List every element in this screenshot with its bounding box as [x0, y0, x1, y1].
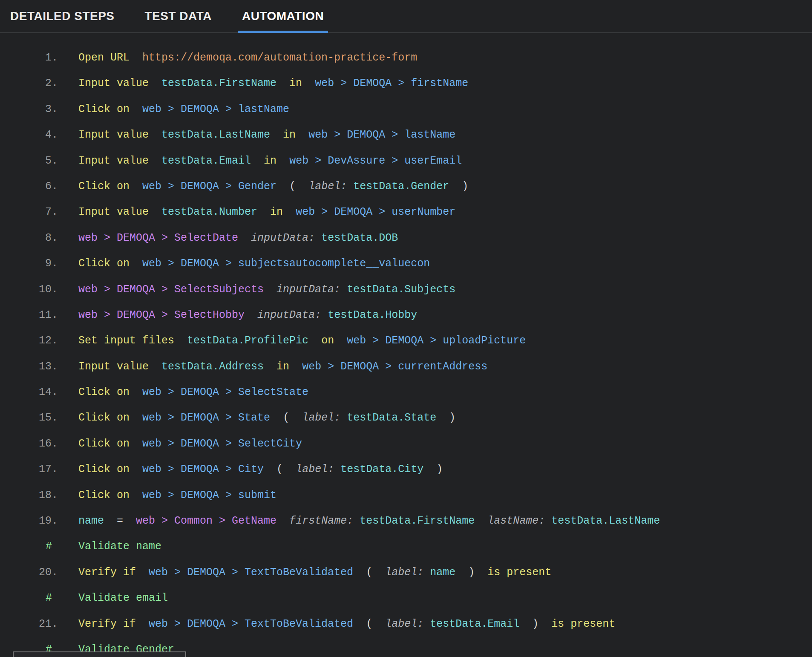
segment-kw: Input value [78, 129, 149, 141]
segment-data: testData.Number [161, 206, 257, 218]
step-row[interactable]: 8.web > DEMOQA > SelectDate inputData: t… [0, 225, 812, 251]
step-row[interactable]: 20.Verify if web > DEMOQA > TextToBeVali… [0, 560, 812, 585]
comment-marker: # [0, 534, 58, 559]
segment-data: testData.FirstName [360, 515, 475, 527]
step-number: 11. [0, 303, 58, 328]
segment-data: testData.Address [161, 360, 264, 373]
segment-kw: Input value [78, 77, 149, 89]
segment-action: web > DEMOQA > SelectHobby [78, 309, 245, 321]
segment-action: web > Common > GetName [136, 515, 276, 527]
step-row[interactable]: 15.Click on web > DEMOQA > State ( label… [0, 405, 812, 431]
step-row[interactable]: 16.Click on web > DEMOQA > SelectCity [0, 431, 812, 457]
step-row[interactable]: 1.Open URL https://demoqa.com/automation… [0, 45, 812, 71]
comment-row[interactable]: #Validate email [0, 585, 812, 611]
step-number: 17. [0, 457, 58, 482]
segment-el: web > DEMOQA > currentAddress [302, 360, 487, 373]
step-text: Validate name [78, 534, 161, 559]
segment-kw: Input value [78, 206, 149, 218]
segment-el: web > DEMOQA > City [142, 463, 264, 475]
automation-steps-list: 1.Open URL https://demoqa.com/automation… [0, 33, 812, 657]
segment-el: web > DEMOQA > TextToBeValidated [149, 566, 353, 579]
segment-kw: Open URL [78, 52, 130, 64]
segment-paren: ( [283, 412, 289, 424]
step-text: Input value testData.Email in web > DevA… [78, 148, 462, 174]
segment-plabel: firstName: [289, 515, 353, 527]
segment-data: name [78, 515, 104, 527]
tab-automation[interactable]: AUTOMATION [238, 0, 328, 33]
segment-kw: Click on [78, 103, 130, 115]
step-number: 18. [0, 483, 58, 508]
segment-action: web > DEMOQA > SelectSubjects [78, 283, 264, 296]
step-row[interactable]: 9.Click on web > DEMOQA > subjectsautoco… [0, 251, 812, 277]
segment-kw: Set input files [78, 334, 174, 347]
step-text: name = web > Common > GetName firstName:… [78, 508, 660, 534]
segment-paren: ( [366, 618, 372, 630]
step-text: web > DEMOQA > SelectHobby inputData: te… [78, 303, 417, 328]
step-number: 4. [0, 122, 58, 148]
tab-bar: DETAILED STEPS TEST DATA AUTOMATION [0, 0, 812, 33]
segment-comment: Validate name [78, 540, 161, 553]
comment-marker: # [0, 585, 58, 611]
step-row[interactable]: 19.name = web > Common > GetName firstNa… [0, 508, 812, 534]
segment-url: https://demoqa.com/automation-practice-f… [142, 52, 417, 64]
step-row[interactable]: 13.Input value testData.Address in web >… [0, 354, 812, 380]
segment-data: testData.City [340, 463, 423, 475]
segment-el: web > DEMOQA > subjectsautocomplete__val… [142, 257, 430, 270]
segment-kw: is present [487, 566, 551, 579]
segment-el: web > DEMOQA > uploadPicture [347, 334, 526, 347]
segment-plabel: label: [296, 463, 334, 475]
step-number: 16. [0, 431, 58, 457]
step-number: 7. [0, 199, 58, 225]
segment-action: web > DEMOQA > SelectDate [78, 232, 238, 244]
segment-el: web > DEMOQA > submit [142, 489, 276, 501]
segment-paren: ( [366, 566, 372, 579]
step-row[interactable]: 21.Verify if web > DEMOQA > TextToBeVali… [0, 611, 812, 637]
step-text: Click on web > DEMOQA > submit [78, 483, 276, 508]
segment-paren: ) [468, 566, 475, 579]
segment-kw: Click on [78, 386, 130, 398]
segment-data: testData.Email [161, 155, 251, 167]
step-row[interactable]: 7.Input value testData.Number in web > D… [0, 199, 812, 225]
segment-kw: Click on [78, 257, 130, 270]
step-text: Validate email [78, 585, 168, 611]
step-number: 1. [0, 45, 58, 71]
step-number: 8. [0, 225, 58, 251]
step-number: 21. [0, 611, 58, 637]
step-row[interactable]: 18.Click on web > DEMOQA > submit [0, 483, 812, 508]
step-text: Click on web > DEMOQA > State ( label: t… [78, 405, 455, 431]
tab-test-data[interactable]: TEST DATA [141, 0, 216, 33]
segment-plabel: inputData: [276, 283, 340, 296]
step-row[interactable]: 14.Click on web > DEMOQA > SelectState [0, 380, 812, 405]
segment-kw: Verify if [78, 618, 136, 630]
segment-el: web > DevAssure > userEmail [289, 155, 462, 167]
segment-el: web > DEMOQA > State [142, 412, 270, 424]
segment-data: name [430, 566, 455, 579]
segment-kw: in [289, 77, 302, 89]
comment-row[interactable]: #Validate name [0, 534, 812, 559]
segment-kw: is present [551, 618, 615, 630]
step-row[interactable]: 6.Click on web > DEMOQA > Gender ( label… [0, 174, 812, 199]
automation-panel: DETAILED STEPS TEST DATA AUTOMATION 1.Op… [0, 0, 812, 657]
step-row[interactable]: 17.Click on web > DEMOQA > City ( label:… [0, 457, 812, 482]
step-row[interactable]: 10.web > DEMOQA > SelectSubjects inputDa… [0, 277, 812, 303]
segment-el: web > DEMOQA > userNumber [296, 206, 455, 218]
segment-plabel: label: [385, 566, 423, 579]
segment-plabel: inputData: [257, 309, 321, 321]
step-number: 2. [0, 71, 58, 96]
step-row[interactable]: 3.Click on web > DEMOQA > lastName [0, 97, 812, 122]
step-row[interactable]: 5.Input value testData.Email in web > De… [0, 148, 812, 174]
segment-data: testData.LastName [161, 129, 270, 141]
segment-data: testData.DOB [321, 232, 398, 244]
step-row[interactable]: 11.web > DEMOQA > SelectHobby inputData:… [0, 303, 812, 328]
tab-detailed-steps[interactable]: DETAILED STEPS [6, 0, 119, 33]
step-row[interactable]: 2.Input value testData.FirstName in web … [0, 71, 812, 96]
step-number: 15. [0, 405, 58, 431]
step-text: Click on web > DEMOQA > subjectsautocomp… [78, 251, 430, 277]
step-row[interactable]: 12.Set input files testData.ProfilePic o… [0, 328, 812, 354]
step-text: Input value testData.LastName in web > D… [78, 122, 455, 148]
step-text: Click on web > DEMOQA > SelectCity [78, 431, 302, 457]
segment-kw: Input value [78, 360, 149, 373]
step-row[interactable]: 4.Input value testData.LastName in web >… [0, 122, 812, 148]
horizontal-scrollbar[interactable] [13, 651, 186, 657]
step-text: Input value testData.Address in web > DE… [78, 354, 487, 380]
